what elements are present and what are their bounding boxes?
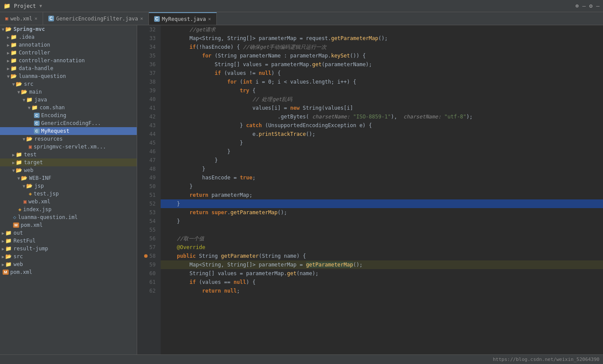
code-line[interactable]: } [161,217,603,226]
sidebar-item-index-jsp[interactable]: ◈index.jsp [0,206,137,213]
code-line[interactable]: hasEncode = true; [161,173,603,182]
sidebar-item-com-shan[interactable]: 📁com.shan [0,104,137,111]
code-line[interactable]: String[] values = parameterMap.get(name)… [161,269,603,278]
sidebar-item-web-root[interactable]: 📁web [0,260,137,268]
sidebar-item-target[interactable]: 📁target [0,158,137,166]
sidebar-item-annotation[interactable]: 📁annotation [0,41,137,49]
tab-close-web-xml[interactable]: ✕ [34,16,37,21]
code-line[interactable]: if(!hasEncode) { //确保get手动编码逻辑只运行一次 [161,43,603,51]
sidebar-item-src[interactable]: 📂src [0,80,137,88]
sidebar-item-Encoding[interactable]: CEncoding [0,111,137,119]
code-area[interactable]: 3233343536373839404142434445464748495051… [141,25,603,354]
xml-icon: ▣ [5,16,8,21]
code-line[interactable]: @Override [161,243,603,252]
tab-generic-filter[interactable]: C GenericEncodingFilter.java ✕ [43,12,149,25]
comment: //get请求 [189,27,216,33]
sidebar-item-data-handle[interactable]: 📁data-handle [0,64,137,72]
code-line[interactable]: String[] values = parameterMap.get(param… [161,60,603,69]
code-line[interactable]: } catch (UnsupportedEncodingException e)… [161,121,603,130]
sidebar-item-result-jump[interactable]: 📁result-jump [0,245,137,253]
sidebar-item-RestFul[interactable]: 📁RestFul [0,237,137,245]
sidebar-item-controller-annotation[interactable]: 📁controller-annotation [0,57,137,64]
sidebar-item-test[interactable]: 📁test [0,151,137,158]
settings-btn[interactable]: ⚙ [589,3,593,9]
code-line[interactable]: public String getParameter(String name) … [161,252,603,260]
sidebar-item-jsp[interactable]: 📂jsp [0,182,137,190]
code-line[interactable]: if (values == null) { [161,278,603,286]
sidebar-item-java[interactable]: 📁java [0,96,137,104]
code-line[interactable]: .getBytes( charsetName: "ISO-8859-1"), c… [161,112,603,121]
code-line[interactable]: //get请求 [161,25,603,34]
line-number: 49 [144,173,157,182]
sidebar-item-spring-mvc[interactable]: 📂Spring-mvc [0,25,137,33]
param-hint-2: charsetName: [404,114,441,120]
code-line[interactable]: return super.getParameterMap(); [161,208,603,217]
code-line[interactable]: return parameterMap; [161,191,603,199]
tree-arrow [7,66,10,71]
line-number: 58 [144,252,157,260]
code-line[interactable]: Map<String, String[]> parameterMap = req… [161,34,603,43]
code-line[interactable]: e.printStackTrace(); [161,130,603,138]
code-line[interactable]: values[i] = new String(values[i] [161,104,603,112]
add-btn[interactable]: ⊕ [576,3,579,9]
sidebar-item-main[interactable]: 📂main [0,88,137,96]
code-line[interactable]: // 处理get乱码 [161,95,603,104]
code-line[interactable]: } [161,182,603,191]
line-number: 48 [144,165,157,173]
folder-icon: 📁 [10,50,17,56]
code-line[interactable]: Map<String, String[]> parameterMap = get… [161,260,603,269]
folder-icon: 📂 [5,26,12,32]
code-line[interactable]: return null; [161,286,603,295]
sidebar-item-springmvc-servlet[interactable]: ▣springmvc-servlet.xm... [0,143,137,151]
tab-close-myrequest[interactable]: ✕ [208,16,211,22]
tab-myrequest[interactable]: C MyRequest.java ✕ [149,12,217,25]
close-sidebar-btn[interactable]: — [596,3,600,9]
line-number: 51 [144,191,157,199]
sidebar-item-GenericEncodingF[interactable]: CGenericEncodingF... [0,119,137,127]
code-line[interactable]: } [161,199,603,208]
sidebar-item-web-xml-file[interactable]: ▣web.xml [0,198,137,206]
code-line[interactable]: try { [161,86,603,95]
code-line[interactable]: } [161,138,603,147]
code-line[interactable]: } [161,156,603,165]
code-line[interactable]: } [161,165,603,173]
sidebar-item-MyRequest[interactable]: CMyRequest [0,127,137,135]
sidebar-item-controller[interactable]: 📁Controller [0,49,137,57]
tab-close-generic[interactable]: ✕ [140,16,143,21]
sidebar-item-test-jsp[interactable]: ◈test.jsp [0,190,137,198]
line-number: 37 [144,69,157,78]
code-line[interactable]: } [161,147,603,156]
title-bar-controls: ⊕ — ⚙ — [576,3,600,9]
tab-web-xml[interactable]: ▣ web.xml ✕ [0,12,43,25]
tree-item-label: src [13,253,23,260]
line-number: 52 [144,199,157,208]
tree-arrow [7,51,10,55]
sidebar-item-resources[interactable]: 📂resources [0,135,137,143]
pom-icon: M [3,270,9,275]
line-number: 53 [144,208,157,217]
sidebar-item-luanma-iml[interactable]: ◇luanma-question.iml [0,213,137,221]
tree-item-label: web [24,167,34,173]
sidebar-item-luanma-question[interactable]: 📂luanma-question [0,72,137,80]
code-line[interactable]: for (int i = 0; i < values.length; i++) … [161,78,603,86]
sidebar-item-pom-root[interactable]: Mpom.xml [0,268,137,276]
tree-item-label: MyRequest [41,128,70,134]
tree-item-label: .idea [19,34,34,40]
minus-btn[interactable]: — [583,3,586,9]
tree-arrow [7,58,10,63]
code-line[interactable]: for (String parameterName : parameterMap… [161,51,603,60]
code-line[interactable]: if (values != null) { [161,69,603,78]
sidebar-item-out[interactable]: 📁out [0,229,137,237]
tree-item-label: pom.xml [21,222,43,228]
sidebar-item-web-inf[interactable]: 📂WEB-INF [0,174,137,182]
tree-item-label: web.xml [28,199,51,205]
line-number: 60 [144,269,157,278]
line-number: 62 [144,286,157,295]
sidebar-item-idea[interactable]: 📁.idea [0,33,137,41]
sidebar-item-web[interactable]: 📂web [0,166,137,174]
sidebar-item-pom-xml-luanma[interactable]: Mpom.xml [0,221,137,229]
sidebar-item-src-root[interactable]: 📂src [0,253,137,260]
java-icon-m: C [154,16,160,22]
code-line[interactable] [161,226,603,234]
code-line[interactable]: //取一个值 [161,234,603,243]
